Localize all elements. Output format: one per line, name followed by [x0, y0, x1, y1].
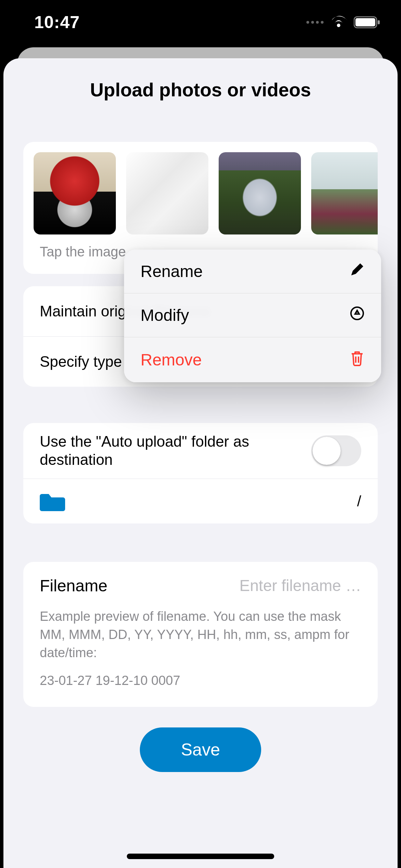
status-bar: 10:47 [0, 0, 401, 48]
filename-hint-text: Example preview of filename. You can use… [40, 607, 361, 662]
menu-rename[interactable]: Rename [124, 250, 381, 293]
filename-card: Filename Example preview of filename. Yo… [23, 562, 378, 707]
thumbnail-item[interactable] [34, 152, 116, 234]
auto-upload-toggle[interactable] [311, 435, 361, 466]
wifi-icon [330, 15, 348, 29]
destination-path-value: / [357, 493, 361, 510]
upload-sheet: Upload photos or videos Tap the image Ma… [3, 58, 398, 868]
context-menu: Rename Modify Remove [124, 250, 381, 382]
status-indicators [306, 15, 380, 29]
thumbnail-item[interactable] [126, 152, 208, 234]
svg-rect-2 [378, 20, 380, 24]
pencil-icon [350, 262, 365, 281]
menu-remove[interactable]: Remove [124, 337, 381, 382]
svg-rect-1 [355, 18, 375, 26]
thumbnail-item[interactable] [219, 152, 301, 234]
filename-hint-block: Example preview of filename. You can use… [23, 604, 378, 707]
modify-icon [350, 306, 365, 325]
status-time: 10:47 [34, 12, 80, 32]
filename-label: Filename [40, 576, 107, 595]
home-indicator[interactable] [127, 854, 274, 859]
auto-upload-row[interactable]: Use the "Auto upload" folder as destinat… [23, 423, 378, 479]
battery-icon [354, 16, 380, 29]
menu-remove-label: Remove [141, 350, 202, 369]
filename-example: 23-01-27 19-12-10 0007 [40, 672, 361, 690]
filename-input[interactable] [184, 576, 361, 595]
menu-modify[interactable]: Modify [124, 293, 381, 337]
thumbnail-item[interactable] [311, 152, 378, 234]
folder-icon [40, 491, 65, 511]
menu-rename-label: Rename [141, 262, 203, 281]
trash-icon [350, 350, 365, 370]
destination-card: Use the "Auto upload" folder as destinat… [23, 423, 378, 523]
auto-upload-label: Use the "Auto upload" folder as destinat… [40, 433, 311, 469]
thumbnail-strip[interactable] [23, 142, 378, 238]
filename-row: Filename [23, 562, 378, 604]
menu-modify-label: Modify [141, 306, 189, 325]
save-button[interactable]: Save [140, 727, 261, 772]
destination-path-row[interactable]: / [23, 479, 378, 523]
sheet-title: Upload photos or videos [3, 79, 398, 101]
cellular-dots-icon [306, 21, 324, 24]
